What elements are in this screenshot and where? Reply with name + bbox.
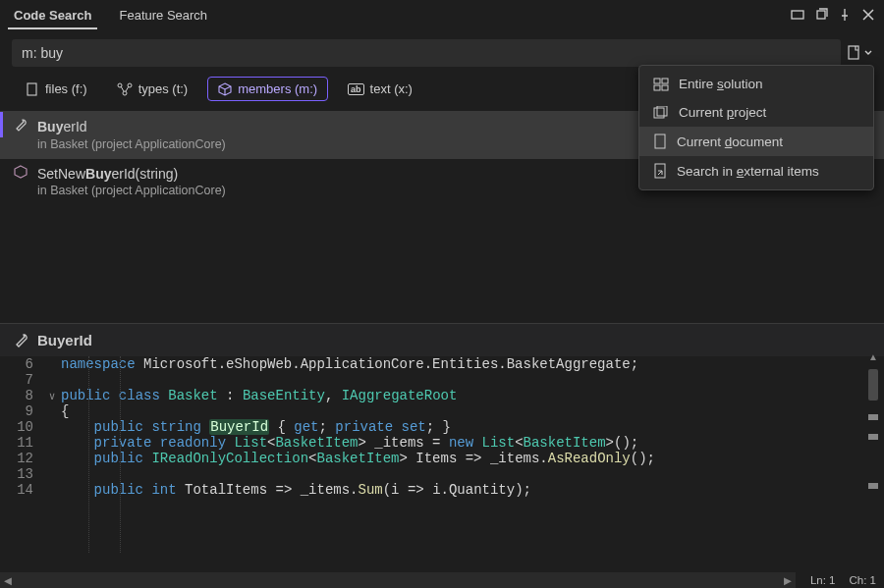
scope-current-project[interactable]: Current project xyxy=(639,98,873,127)
scroll-up-icon[interactable]: ▲ xyxy=(868,351,878,362)
document-icon xyxy=(653,134,667,149)
tab-code-search[interactable]: Code Search xyxy=(0,2,105,28)
file-icon xyxy=(26,82,39,96)
status-bar: Ln: 1 Ch: 1 xyxy=(810,572,876,588)
svg-point-6 xyxy=(123,91,127,95)
svg-rect-2 xyxy=(849,46,858,59)
preview-title: BuyerId xyxy=(37,332,92,348)
filter-members-label: members (m:) xyxy=(238,81,317,96)
result-title: BuyerId xyxy=(37,119,87,134)
svg-rect-9 xyxy=(654,85,660,90)
svg-rect-10 xyxy=(662,85,668,90)
external-doc-icon xyxy=(653,163,667,179)
svg-rect-13 xyxy=(655,134,665,148)
code-line[interactable]: 8∨public class Basket : BaseEntity, IAgg… xyxy=(0,388,884,403)
svg-rect-8 xyxy=(662,79,668,83)
code-line[interactable]: 14 public int TotalItems => _items.Sum(i… xyxy=(0,482,884,498)
scroll-left-icon[interactable]: ◄ xyxy=(0,573,16,588)
status-ch: Ch: 1 xyxy=(850,574,877,586)
code-preview[interactable]: 6namespace Microsoft.eShopWeb.Applicatio… xyxy=(0,356,884,553)
scroll-right-icon[interactable]: ► xyxy=(780,573,796,588)
filter-text-label: text (x:) xyxy=(370,81,413,96)
project-icon xyxy=(653,106,669,120)
tab-feature-search[interactable]: Feature Search xyxy=(105,2,221,28)
scope-current-document[interactable]: Current document xyxy=(639,127,873,156)
code-line[interactable]: 9{ xyxy=(0,403,884,419)
code-line[interactable]: 10 public string BuyerId { get; private … xyxy=(0,419,884,435)
ab-icon: ab xyxy=(348,83,364,95)
code-line[interactable]: 6namespace Microsoft.eShopWeb.Applicatio… xyxy=(0,356,884,372)
wrench-icon xyxy=(14,333,29,348)
scope-label: Entire solution xyxy=(679,77,859,91)
result-title: SetNewBuyerId(string) xyxy=(37,166,178,182)
filter-members[interactable]: members (m:) xyxy=(207,77,328,101)
overview-ruler[interactable]: ▲ xyxy=(866,365,880,564)
horizontal-scrollbar[interactable]: ◄ ► xyxy=(0,572,796,588)
svg-rect-7 xyxy=(654,79,660,83)
code-line[interactable]: 7 xyxy=(0,372,884,388)
status-line: Ln: 1 xyxy=(810,574,836,586)
top-tab-bar: Code Search Feature Search xyxy=(0,0,884,29)
scope-label: Current project xyxy=(679,105,859,120)
types-icon xyxy=(117,82,133,96)
scope-menu: Entire solution Current project Current … xyxy=(638,65,874,190)
method-icon xyxy=(14,165,29,182)
scope-label: Current document xyxy=(677,134,859,149)
code-line[interactable]: 12 public IReadOnlyCollection<BasketItem… xyxy=(0,451,884,466)
wrench-icon xyxy=(14,118,29,135)
filter-types-label: types (t:) xyxy=(138,81,189,96)
filter-files-label: files (f:) xyxy=(45,81,87,96)
scope-external-items[interactable]: Search in external items xyxy=(639,156,873,186)
scope-dropdown-button[interactable] xyxy=(847,45,872,61)
close-icon[interactable] xyxy=(858,5,878,25)
preview-header: BuyerId xyxy=(0,323,884,356)
window-options-icon[interactable] xyxy=(788,5,807,25)
code-line[interactable]: 11 private readonly List<BasketItem> _it… xyxy=(0,435,884,451)
search-input[interactable] xyxy=(12,39,841,67)
svg-rect-0 xyxy=(792,11,803,19)
scope-label: Search in external items xyxy=(677,164,859,179)
svg-rect-1 xyxy=(817,11,825,19)
popout-icon[interactable] xyxy=(811,5,831,25)
filter-text[interactable]: ab text (x:) xyxy=(338,78,422,100)
cube-icon xyxy=(218,82,232,96)
filter-files[interactable]: files (f:) xyxy=(16,78,97,100)
chevron-down-icon xyxy=(864,49,872,57)
filter-types[interactable]: types (t:) xyxy=(107,78,198,100)
pin-icon[interactable] xyxy=(835,5,855,25)
svg-rect-3 xyxy=(28,83,36,95)
code-line[interactable]: 13 xyxy=(0,466,884,482)
solution-icon xyxy=(653,78,669,91)
scope-entire-solution[interactable]: Entire solution xyxy=(639,70,873,98)
